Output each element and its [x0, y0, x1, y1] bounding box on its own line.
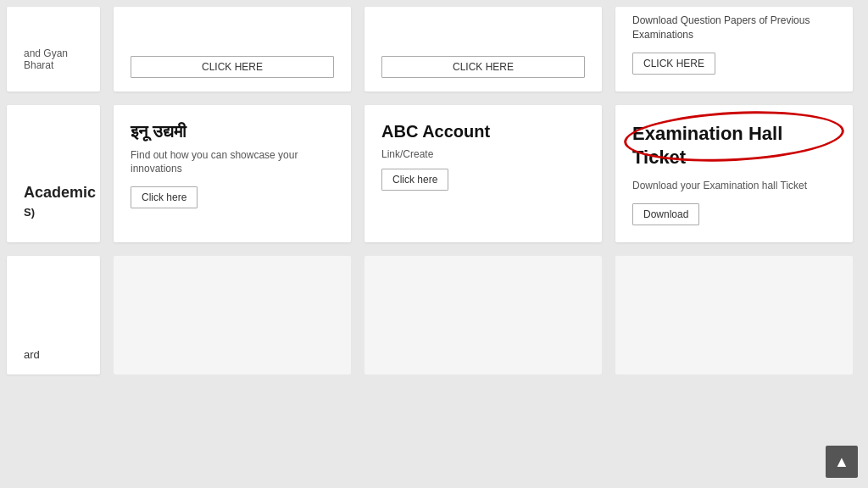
- download-papers-desc: Download Question Papers of Previous Exa…: [632, 14, 836, 42]
- click-here-button-row1col3[interactable]: CLICK HERE: [381, 56, 585, 78]
- partial-text-row1col1: and Gyan Bharat: [24, 47, 83, 71]
- inoo-udyami-desc: Find out how you can showcase your innov…: [131, 148, 334, 177]
- card-abc-account: ABC Account Link/Create Click here: [364, 105, 602, 242]
- card-row1-col1: and Gyan Bharat: [7, 7, 100, 92]
- abc-link-label: Link/Create: [381, 148, 585, 160]
- inoo-udyami-title: इनू उद्यमी: [131, 122, 334, 141]
- card-download-papers: Download Question Papers of Previous Exa…: [615, 7, 853, 92]
- click-here-button-inoo[interactable]: Click here: [131, 186, 198, 208]
- click-here-button-row1col2[interactable]: CLICK HERE: [131, 56, 334, 78]
- exam-hall-ticket-title: Examination Hall Ticket: [632, 122, 836, 170]
- scroll-top-icon: ▲: [834, 453, 849, 471]
- exam-hall-ticket-desc: Download your Examination hall Ticket: [632, 179, 836, 193]
- click-here-button-row1col4[interactable]: CLICK HERE: [632, 53, 715, 75]
- card-row3-col3: [364, 256, 602, 374]
- card-row1-col3: CLICK HERE: [364, 7, 602, 92]
- download-button[interactable]: Download: [632, 203, 699, 225]
- partial-bottom-text: ard: [24, 348, 83, 361]
- click-here-button-abc[interactable]: Click here: [381, 169, 448, 191]
- card-row3-col2: [114, 256, 351, 374]
- card-inoo-udyami: इनू उद्यमी Find out how you can showcase…: [114, 105, 351, 242]
- card-exam-hall-ticket: Examination Hall Ticket Download your Ex…: [615, 105, 853, 242]
- card-row3-col4: [615, 256, 853, 374]
- academic-title-line1: Academic: [24, 184, 83, 202]
- card-row3-col1: ard: [7, 256, 100, 374]
- page-container: and Gyan Bharat CLICK HERE CLICK HERE Do…: [0, 0, 868, 488]
- abc-account-title: ABC Account: [381, 122, 585, 141]
- scroll-to-top-button[interactable]: ▲: [826, 446, 858, 478]
- card-grid: and Gyan Bharat CLICK HERE CLICK HERE Do…: [0, 0, 868, 388]
- card-row1-col2: CLICK HERE: [114, 7, 351, 92]
- card-academic: Academic S): [7, 105, 100, 242]
- academic-title-line2: S): [24, 206, 83, 219]
